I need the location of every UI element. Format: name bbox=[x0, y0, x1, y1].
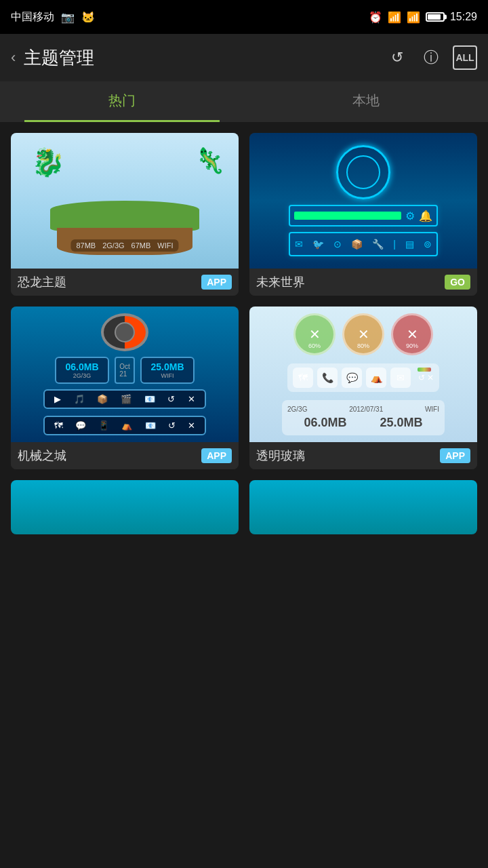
alarm-icon: ⏰ bbox=[369, 11, 382, 24]
theme-name-glass: 透明玻璃 bbox=[256, 448, 305, 464]
theme-preview-dragon: 🐉 🦎 87MB 2G/3G 67MB WIFI bbox=[11, 133, 239, 269]
glass-app1: 🗺 bbox=[293, 368, 313, 388]
glass-app3: 💬 bbox=[342, 368, 362, 388]
glass-circle1-pct: 60% bbox=[308, 342, 321, 349]
dragon-right-icon: 🦎 bbox=[195, 146, 225, 175]
mech-icons-row: ▶🎵📦🎬📧↺✕ bbox=[43, 389, 206, 409]
glass-stat-val2: 25.0MB bbox=[380, 416, 422, 430]
theme-badge-mechanical: APP bbox=[201, 448, 232, 463]
theme-card-glass[interactable]: ✕ 60% ✕ 80% ✕ 90% 🗺 📞 💬 bbox=[249, 307, 477, 469]
mech-widget2-label: WIFI bbox=[161, 372, 174, 379]
theme-card-partial-5[interactable] bbox=[11, 480, 239, 534]
photo-icon: 📷 bbox=[61, 11, 75, 24]
theme-badge-future: GO bbox=[445, 275, 470, 290]
theme-preview-mechanical: 06.0MB 2G/3G Oct21 25.0MB WIFI ▶🎵📦🎬📧↺✕ 🗺… bbox=[11, 307, 239, 442]
theme-name-mechanical: 机械之城 bbox=[18, 448, 66, 464]
battery-icon bbox=[426, 12, 445, 22]
glass-circles: ✕ 60% ✕ 80% ✕ 90% bbox=[293, 313, 433, 355]
glass-circle3-pct: 90% bbox=[406, 342, 418, 349]
dragon-left-icon: 🐉 bbox=[31, 146, 65, 178]
mech-widget1-value: 06.0MB bbox=[65, 361, 98, 372]
header: ‹ 主题管理 ↺ ⓘ ALL bbox=[0, 34, 488, 81]
mech-widget2-value: 25.0MB bbox=[150, 361, 184, 372]
glass-stat3-label: WIFI bbox=[425, 406, 439, 413]
theme-badge-glass: APP bbox=[440, 448, 470, 463]
mech-widgets: 06.0MB 2G/3G Oct21 25.0MB WIFI bbox=[55, 357, 195, 384]
tab-hot[interactable]: 热门 bbox=[0, 81, 244, 122]
dragon-widget1: 87MB bbox=[76, 241, 96, 250]
glass-circle-red: ✕ 90% bbox=[391, 313, 433, 355]
glass-battery-indicator: ↺ ✕ bbox=[418, 368, 434, 388]
glass-circle-green: ✕ 60% bbox=[293, 313, 336, 355]
wifi-icon: 📶 bbox=[388, 11, 401, 24]
page-title: 主题管理 bbox=[24, 46, 377, 70]
dragon-widget2-label: WIFI bbox=[157, 241, 173, 250]
theme-card-future[interactable]: ⚙ 🔔 ✉🐦⊙📦🔧 |▤⊚ 未来世界 GO bbox=[249, 133, 477, 296]
tab-hot-label: 热门 bbox=[108, 92, 136, 110]
glass-stats-values: 06.0MB 25.0MB bbox=[287, 416, 439, 430]
dragon-widget2: 67MB bbox=[131, 241, 151, 250]
info-button[interactable]: ⓘ bbox=[419, 45, 443, 70]
dragon-widget1-label: 2G/3G bbox=[102, 241, 124, 250]
glass-stat-val1: 06.0MB bbox=[304, 416, 346, 430]
theme-footer-glass: 透明玻璃 APP bbox=[249, 442, 477, 469]
status-bar: 中国移动 📷 🐱 ⏰ 📶 📶 15:29 bbox=[0, 0, 488, 34]
glass-app4: ⛺ bbox=[366, 368, 386, 388]
glass-app2: 📞 bbox=[317, 368, 338, 388]
glass-app5: ✉ bbox=[390, 368, 411, 388]
mech-widget1: 06.0MB 2G/3G bbox=[55, 357, 109, 384]
glass-stat1-label: 2G/3G bbox=[287, 406, 307, 413]
theme-preview-glass: ✕ 60% ✕ 80% ✕ 90% 🗺 📞 💬 bbox=[249, 307, 477, 442]
dragon-widget-bar: 87MB 2G/3G 67MB WIFI bbox=[70, 239, 178, 252]
glass-stats: 2G/3G 2012/07/31 WIFI 06.0MB 25.0MB bbox=[282, 400, 445, 435]
theme-footer-dragon: 恐龙主题 APP bbox=[11, 269, 239, 296]
future-gauge bbox=[336, 145, 390, 199]
theme-badge-dragon: APP bbox=[201, 275, 232, 290]
theme-card-mechanical[interactable]: 06.0MB 2G/3G Oct21 25.0MB WIFI ▶🎵📦🎬📧↺✕ 🗺… bbox=[11, 307, 239, 469]
mech-gauge bbox=[101, 313, 148, 351]
theme-name-dragon: 恐龙主题 bbox=[18, 274, 66, 290]
mech-date-widget: Oct21 bbox=[115, 357, 135, 384]
tab-local-label: 本地 bbox=[352, 92, 380, 110]
mech-widget2: 25.0MB WIFI bbox=[140, 357, 195, 384]
future-icons-row: ✉🐦⊙📦🔧 |▤⊚ bbox=[289, 232, 438, 256]
tab-local[interactable]: 本地 bbox=[244, 81, 488, 122]
future-bar1: ⚙ 🔔 bbox=[289, 205, 438, 226]
refresh-button[interactable]: ↺ bbox=[385, 45, 409, 70]
signal-icon: 📶 bbox=[407, 11, 420, 24]
theme-grid: 🐉 🦎 87MB 2G/3G 67MB WIFI 恐龙主题 APP bbox=[0, 122, 488, 545]
theme-name-future: 未来世界 bbox=[256, 274, 305, 290]
glass-apps-row: 🗺 📞 💬 ⛺ ✉ ↺ ✕ bbox=[287, 363, 439, 392]
chat-icon: 🐱 bbox=[81, 11, 95, 24]
theme-footer-mechanical: 机械之城 APP bbox=[11, 442, 239, 469]
glass-circle-orange: ✕ 80% bbox=[342, 313, 384, 355]
mech-widget1-label: 2G/3G bbox=[73, 372, 92, 379]
glass-circle2-pct: 80% bbox=[357, 342, 369, 349]
theme-card-dragon[interactable]: 🐉 🦎 87MB 2G/3G 67MB WIFI 恐龙主题 APP bbox=[11, 133, 239, 296]
glass-stat2-label: 2012/07/31 bbox=[349, 406, 383, 413]
theme-preview-future: ⚙ 🔔 ✉🐦⊙📦🔧 |▤⊚ bbox=[249, 133, 477, 269]
theme-preview-partial5 bbox=[11, 480, 239, 534]
glass-stats-labels: 2G/3G 2012/07/31 WIFI bbox=[287, 406, 439, 413]
back-button[interactable]: ‹ bbox=[11, 49, 16, 66]
all-button[interactable]: ALL bbox=[453, 45, 477, 70]
theme-footer-future: 未来世界 GO bbox=[249, 269, 477, 296]
theme-preview-partial6 bbox=[249, 480, 477, 534]
carrier-label: 中国移动 bbox=[11, 10, 54, 24]
time-label: 15:29 bbox=[450, 11, 477, 23]
header-actions: ↺ ⓘ ALL bbox=[385, 45, 477, 70]
mech-icons-row2: 🗺💬📱⛺📧↺✕ bbox=[43, 416, 206, 435]
tabs: 热门 本地 bbox=[0, 81, 488, 122]
theme-card-partial-6[interactable] bbox=[249, 480, 477, 534]
